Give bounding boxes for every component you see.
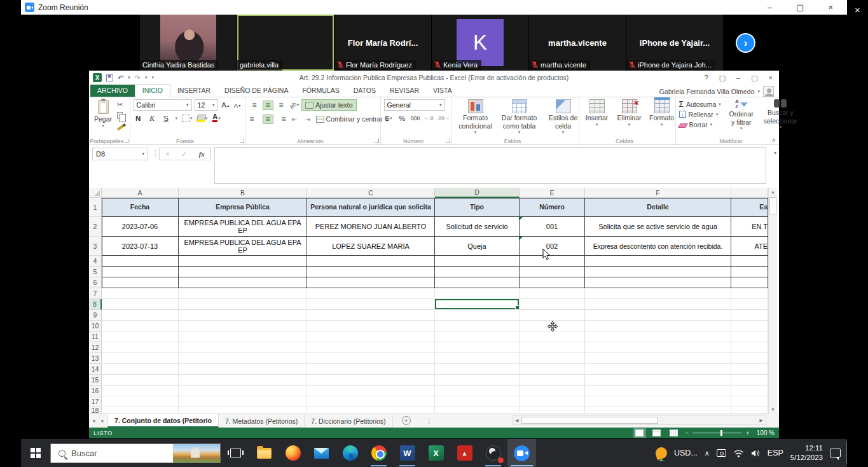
percent-format-icon[interactable]: % (397, 113, 407, 123)
grid-cell[interactable] (102, 331, 179, 342)
paste-button[interactable]: Pegar ▾ (92, 99, 114, 129)
autosum-button[interactable]: ΣAutosuma▾ (679, 100, 721, 108)
currency-ticker[interactable]: USD... (674, 449, 698, 457)
grid-cell[interactable] (435, 256, 520, 267)
grid-cell[interactable] (435, 331, 520, 342)
grid-cell[interactable] (102, 277, 179, 288)
font-size-select[interactable]: 12▾ (195, 99, 218, 111)
restore-icon[interactable]: ▢ (796, 3, 804, 12)
grid-cell[interactable] (520, 342, 585, 353)
grid-cell[interactable] (585, 396, 731, 407)
row-header[interactable]: 7 (89, 288, 102, 299)
redo-caret-icon[interactable]: ▾ (145, 75, 148, 80)
grid-cell[interactable] (435, 310, 520, 321)
column-header-partial[interactable] (731, 188, 768, 198)
grid-cell[interactable] (585, 342, 731, 353)
column-header-c[interactable]: C (307, 188, 435, 198)
row-header[interactable]: 6 (89, 277, 102, 288)
grid-cell[interactable] (179, 353, 307, 364)
grid-cell[interactable] (102, 375, 179, 386)
grid-cell[interactable] (179, 342, 307, 353)
row-header[interactable]: 17 (89, 396, 102, 407)
scroll-right-icon[interactable]: ▶ (760, 418, 763, 423)
grid-cell[interactable] (731, 407, 768, 414)
grid-cell[interactable] (179, 288, 307, 299)
grid-cell[interactable] (731, 353, 768, 364)
row-header[interactable]: 16 (89, 386, 102, 396)
align-right-icon[interactable]: ≡ (276, 115, 287, 124)
zoom-slider[interactable]: − + (685, 429, 750, 436)
scroll-up-icon[interactable]: ▲ (769, 190, 777, 194)
participant-tile[interactable]: Flor María Rodrí... Flor María Rodríguez (334, 15, 431, 71)
row-header[interactable]: 14 (89, 364, 102, 375)
participant-tile[interactable]: Cinthia Yadira Bastidas (140, 15, 237, 71)
currency-format-icon[interactable]: $▾ (384, 113, 394, 123)
grid-cell[interactable] (435, 407, 520, 414)
grid-cell[interactable] (731, 331, 768, 342)
wrap-text-button[interactable]: Ajustar texto (301, 99, 356, 111)
grid-cell-d2[interactable]: Solicitud de servicio (435, 217, 520, 237)
grid-cell[interactable] (731, 364, 768, 375)
grid-cell[interactable] (102, 299, 179, 310)
grid-cell[interactable] (520, 277, 585, 288)
grid-cell[interactable] (520, 353, 585, 364)
grid-cell[interactable] (520, 407, 585, 414)
grid-cell-c1[interactable]: Persona natural o jurídica que solicita (307, 198, 435, 217)
expand-formula-bar-icon[interactable]: ▾ (774, 150, 776, 156)
grid-cell[interactable] (520, 386, 585, 396)
find-select-button[interactable]: Buscar y seleccionar▾ (762, 99, 799, 132)
tab-revisar[interactable]: REVISAR (383, 85, 426, 97)
row-header[interactable]: 18 (89, 407, 102, 414)
taskbar-excel[interactable]: X (422, 439, 450, 467)
taskbar-firefox[interactable] (279, 439, 307, 467)
grid-cell[interactable] (435, 396, 520, 407)
taskbar-search-input[interactable]: Buscar (50, 443, 221, 463)
align-bottom-icon[interactable]: ≡ (276, 101, 287, 110)
format-cells-button[interactable]: Formato▾ (647, 99, 677, 127)
grid-cell-a3[interactable]: 2023-07-13 (102, 237, 179, 256)
speaker-icon[interactable] (751, 449, 761, 457)
grid-cell[interactable] (179, 299, 307, 310)
normal-view-icon[interactable] (633, 428, 646, 438)
dialog-launcher-icon[interactable] (124, 139, 128, 143)
scroll-left-icon[interactable]: ◀ (515, 418, 518, 423)
align-top-icon[interactable]: ≡ (249, 101, 260, 110)
grid-cell[interactable] (102, 353, 179, 364)
grid-cell[interactable] (585, 331, 731, 342)
row-header[interactable]: 5 (89, 267, 102, 277)
grid-cell-e3[interactable]: 002 (520, 237, 585, 256)
grid-cell-e1[interactable]: Número (520, 198, 585, 217)
dialog-launcher-icon[interactable] (446, 139, 450, 143)
account-user[interactable]: Gabriela Fernanda Villa Olmedo ▾ (659, 86, 774, 97)
grid-cell-f1[interactable]: Detalle (585, 198, 731, 217)
ribbon-options-icon[interactable]: ▢ (719, 74, 726, 82)
weather-widget-icon[interactable] (656, 447, 667, 459)
sheet-tab-diccionario[interactable]: 7. Diccionario (Petitorios) (305, 415, 392, 427)
insert-function-icon[interactable]: fx (199, 150, 205, 158)
grid-cell[interactable] (520, 331, 585, 342)
grid-cell[interactable] (102, 342, 179, 353)
undo-icon[interactable]: ↶ (118, 74, 123, 82)
grid-cell[interactable] (585, 267, 731, 277)
grid-cell[interactable] (731, 256, 768, 267)
sort-filter-button[interactable]: AZ Ordenar y filtrar▾ (725, 99, 758, 132)
keyboard-language[interactable]: ESP (768, 449, 783, 457)
zoom-in-icon[interactable]: + (746, 429, 750, 436)
close-icon[interactable]: × (828, 3, 833, 12)
taskbar-zoom[interactable] (507, 439, 536, 467)
orientation-icon[interactable]: ab▾ (289, 101, 300, 110)
sheet-tab-conjunto[interactable]: 7. Conjunto de datos (Petitorio (107, 414, 219, 428)
increase-decimal-icon[interactable]: ←.0 (424, 113, 434, 123)
search-highlight-image[interactable] (173, 444, 220, 463)
grid-cell[interactable] (520, 288, 585, 299)
sheet-nav-right-icon[interactable]: ▸ (99, 417, 108, 424)
horizontal-scroll-thumb[interactable] (521, 417, 658, 424)
grid-cell[interactable] (585, 277, 731, 288)
grid-cell[interactable] (179, 277, 307, 288)
underline-caret-icon[interactable]: ▾ (176, 116, 178, 121)
grid-cell-a2[interactable]: 2023-07-06 (102, 217, 179, 237)
grid-cell[interactable] (102, 288, 179, 299)
grid-cell[interactable] (585, 288, 731, 299)
row-header[interactable]: 10 (89, 321, 102, 331)
borders-icon[interactable]: ▾ (182, 113, 193, 123)
